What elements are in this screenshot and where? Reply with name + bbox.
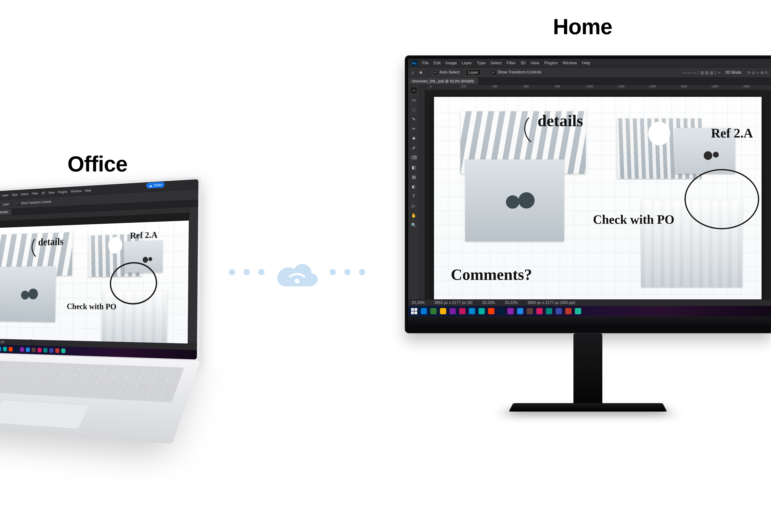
menu-item[interactable]: Layer	[462, 61, 472, 66]
tool-marquee-icon[interactable]: ▭	[410, 96, 417, 104]
cloud-sync-indicator	[229, 256, 365, 288]
status-zoom: 33,33%	[412, 301, 425, 305]
monitor-base	[509, 403, 667, 412]
canvas-area[interactable]: details Ref 2.A Check with PO Comments?	[0, 207, 189, 343]
menu-item[interactable]: Plugins	[544, 61, 558, 66]
tool-brush-icon[interactable]: ✎	[410, 116, 417, 123]
home-icon[interactable]: ⌂	[412, 70, 414, 75]
auto-select-value[interactable]: Layer	[3, 202, 9, 206]
taskbar-app-icon[interactable]	[9, 347, 13, 351]
monitor-neck	[574, 333, 602, 406]
mode-3d-label: 3D Mode:	[725, 70, 742, 75]
tool-pencil-icon[interactable]: ✐	[410, 144, 417, 152]
share-button[interactable]: Share	[146, 182, 164, 189]
tool-dodge-icon[interactable]: ◐	[410, 183, 417, 190]
canvas-area[interactable]: 0200400600800100012001400160018002000 de…	[420, 85, 771, 299]
monitor-device: Ps File Edit Image Layer Type Select Fil…	[405, 55, 771, 420]
document-canvas[interactable]: details Ref 2.A Check with PO Comments?	[434, 97, 762, 299]
annotation-details: details	[538, 111, 583, 130]
document-canvas[interactable]: details Ref 2.A Check with PO Comments?	[0, 220, 189, 343]
menu-item[interactable]: Select	[490, 61, 502, 66]
menu-item[interactable]: Edit	[434, 61, 441, 66]
photo-people	[465, 159, 564, 241]
tool-move-icon[interactable]: ↔	[410, 87, 417, 94]
menu-item[interactable]: Help	[582, 61, 590, 66]
menu-item[interactable]: Help	[85, 188, 91, 192]
taskbar-app-icon[interactable]	[0, 347, 1, 351]
menu-item[interactable]: Type	[12, 192, 18, 197]
menu-item[interactable]: Window	[562, 61, 577, 66]
taskbar-app-icon[interactable]	[450, 308, 456, 314]
taskbar-app-icon[interactable]	[536, 308, 543, 314]
taskbar-app-icon[interactable]	[3, 347, 7, 351]
right-panel-strip	[188, 207, 198, 344]
menu-item[interactable]: View	[48, 190, 55, 194]
monitor-chin	[408, 316, 771, 326]
auto-select-value[interactable]: Layer	[466, 70, 481, 75]
taskbar-app-icon[interactable]	[430, 308, 437, 314]
taskbar-app-icon[interactable]	[459, 308, 466, 314]
tool-path-icon[interactable]: ▷	[410, 202, 417, 210]
auto-select-toggle[interactable]: Auto-Select:	[433, 70, 461, 75]
taskbar-app-icon[interactable]	[55, 348, 59, 353]
start-button-icon[interactable]	[411, 308, 417, 314]
tool-eraser-icon[interactable]: ⌫	[410, 154, 417, 161]
show-transform-toggle[interactable]: Show Transform Controls	[15, 199, 51, 206]
taskbar-app-icon[interactable]	[32, 348, 36, 352]
taskbar-app-icon[interactable]	[20, 347, 24, 352]
menu-item[interactable]: File	[422, 61, 429, 66]
taskbar-app-icon[interactable]	[49, 348, 53, 353]
taskbar-app-icon[interactable]	[565, 308, 572, 314]
menu-item[interactable]: Window	[71, 189, 82, 193]
taskbar-app-icon[interactable]	[469, 308, 475, 314]
menu-item[interactable]: 3D	[521, 61, 526, 66]
taskbar-app-icon[interactable]	[527, 308, 533, 314]
taskbar-app-icon[interactable]	[14, 347, 18, 352]
menu-item[interactable]: Layer	[1, 193, 8, 197]
status-zoom: 33,33%	[482, 301, 495, 305]
ruler-vertical	[420, 90, 425, 299]
ruler-tick: 200	[461, 85, 466, 90]
status-zoom: 33,33%	[505, 301, 518, 305]
tool-crop-icon[interactable]: ✂	[410, 125, 417, 132]
document-tab[interactable]: Onscreen_SM_.psb @ 33,3% (RGB/8)	[408, 78, 478, 85]
taskbar-app-icon[interactable]	[508, 308, 514, 314]
menu-item[interactable]: Plugins	[58, 190, 68, 194]
menu-item[interactable]: Filter	[507, 61, 516, 66]
taskbar-app-icon[interactable]	[440, 308, 446, 314]
ruler-tick: 1400	[648, 85, 656, 90]
status-dim: 3855 px x 2177 px (30	[0, 340, 4, 344]
tool-hand-icon[interactable]: ✋	[410, 212, 417, 219]
taskbar-app-icon[interactable]	[517, 308, 523, 314]
menu-item[interactable]: View	[531, 61, 540, 66]
laptop-lid: Ps File Edit Image Layer Type Select Fil…	[0, 176, 201, 362]
taskbar-app-icon[interactable]	[37, 348, 41, 352]
menu-item[interactable]: Select	[21, 192, 29, 196]
status-dim: 3855 px x 2177 px (30	[434, 301, 472, 305]
tool-eyedrop-icon[interactable]: ✚	[410, 135, 417, 142]
menu-item[interactable]: Filter	[32, 191, 38, 195]
menu-item[interactable]: 3D	[41, 191, 45, 195]
menu-item[interactable]: Type	[477, 61, 486, 66]
tool-lasso-icon[interactable]: ◌	[410, 106, 417, 113]
sync-dot	[258, 269, 264, 275]
taskbar-app-icon[interactable]	[575, 308, 581, 314]
taskbar-app-icon[interactable]	[479, 308, 485, 314]
tool-type-icon[interactable]: T	[410, 193, 417, 200]
tool-zoom-icon[interactable]: 🔍	[410, 222, 417, 229]
menu-item[interactable]: Image	[446, 61, 457, 66]
taskbar-app-icon[interactable]	[498, 308, 504, 314]
tool-gradient-icon[interactable]: ◧	[410, 164, 417, 171]
taskbar-app-icon[interactable]	[488, 308, 495, 314]
taskbar-app-icon[interactable]	[61, 348, 66, 353]
taskbar-app-icon[interactable]	[43, 348, 47, 353]
taskbar-app-icon[interactable]	[421, 308, 427, 314]
move-tool-icon[interactable]: ✥	[419, 70, 423, 75]
taskbar-app-icon[interactable]	[546, 308, 552, 314]
taskbar-app-icon[interactable]	[26, 347, 30, 352]
sync-dot	[344, 269, 350, 275]
taskbar-app-icon[interactable]	[556, 308, 562, 314]
show-transform-toggle[interactable]: Show Transform Controls	[492, 70, 541, 75]
photoshop-app: Ps File Edit Image Layer Type Select Fil…	[408, 59, 771, 316]
tool-shape-icon[interactable]: ▤	[410, 173, 417, 181]
